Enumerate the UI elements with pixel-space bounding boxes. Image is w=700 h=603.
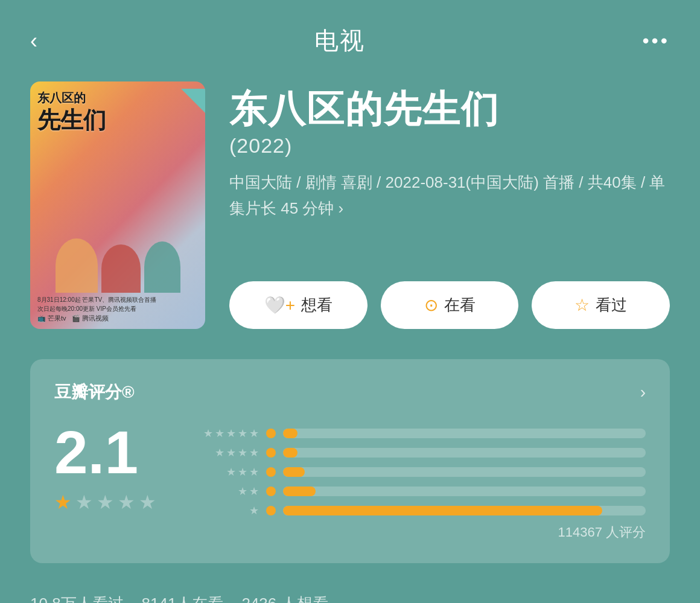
bar-dot-4 bbox=[266, 448, 276, 458]
show-year: (2022) bbox=[229, 134, 670, 158]
rating-section: 豆瓣评分® › 2.1 ★ ★ ★ ★ ★ bbox=[30, 359, 670, 563]
stats-row: 10.8万人看过 8141人在看 2436 人想看 bbox=[30, 581, 670, 603]
show-meta: 中国大陆 / 剧情 喜剧 / 2022-08-31(中国大陆) 首播 / 共40… bbox=[229, 170, 670, 222]
watched-button[interactable]: ☆ 看过 bbox=[532, 281, 670, 329]
bar-dot-3 bbox=[266, 467, 276, 477]
star-4: ★ bbox=[118, 491, 135, 514]
bar-fill-4 bbox=[283, 448, 298, 458]
bar-stars-2: ★ ★ bbox=[186, 485, 259, 498]
bar-row-4: ★ ★ ★ ★ bbox=[186, 446, 646, 459]
stat-watched: 10.8万人看过 bbox=[30, 593, 124, 603]
page-title: 电视 bbox=[314, 24, 365, 57]
rating-arrow[interactable]: › bbox=[640, 383, 646, 402]
watching-button[interactable]: ⊙ 在看 bbox=[381, 281, 519, 329]
show-details: 东八区的先生们 (2022) 中国大陆 / 剧情 喜剧 / 2022-08-31… bbox=[229, 81, 670, 329]
bar-dot-1 bbox=[266, 506, 276, 515]
bar-stars-3: ★ ★ ★ bbox=[186, 465, 259, 479]
bar-row-5: ★ ★ ★ ★ ★ bbox=[186, 427, 646, 440]
bar-fill-3 bbox=[283, 467, 305, 477]
bar-row-3: ★ ★ ★ bbox=[186, 465, 646, 479]
bar-track-4 bbox=[283, 448, 646, 458]
rating-bars: ★ ★ ★ ★ ★ ★ ★ bbox=[186, 422, 646, 517]
header: ‹ 电视 ••• bbox=[0, 0, 700, 75]
want-icon: 🤍+ bbox=[264, 295, 295, 315]
watched-label: 看过 bbox=[596, 295, 627, 316]
poster-bottom-text: 8月31日12:00起 芒果TV、腾讯视频联合首播 次日起每晚20:00更新 V… bbox=[37, 295, 198, 324]
rating-body: 2.1 ★ ★ ★ ★ ★ ★ ★ ★ bbox=[54, 422, 646, 541]
bar-stars-4: ★ ★ ★ ★ bbox=[186, 446, 259, 459]
rating-stars: ★ ★ ★ ★ ★ bbox=[54, 491, 156, 514]
star-3: ★ bbox=[97, 491, 114, 514]
want-to-watch-button[interactable]: 🤍+ 想看 bbox=[229, 281, 368, 329]
bar-row-2: ★ ★ bbox=[186, 485, 646, 498]
star-5: ★ bbox=[139, 491, 156, 514]
bar-row-1: ★ bbox=[186, 504, 646, 517]
watching-icon: ⊙ bbox=[424, 295, 438, 315]
poster-title: 东八区的先生们 bbox=[37, 90, 198, 135]
bar-fill-2 bbox=[283, 487, 316, 496]
rating-section-label: 豆瓣评分® bbox=[54, 381, 135, 404]
rating-header: 豆瓣评分® › bbox=[54, 381, 646, 404]
rating-score: 2.1 bbox=[54, 422, 138, 482]
bar-dot-5 bbox=[266, 429, 276, 438]
bar-track-5 bbox=[283, 429, 646, 438]
rating-score-area: 2.1 ★ ★ ★ ★ ★ bbox=[54, 422, 156, 514]
bar-stars-1: ★ bbox=[186, 504, 259, 517]
back-button[interactable]: ‹ bbox=[30, 30, 37, 52]
bar-dot-2 bbox=[266, 487, 276, 496]
main-content: 东八区的先生们 8月31日12:00起 芒果TV、腾讯视频联合首播 次日起每晚2… bbox=[0, 75, 700, 603]
watching-label: 在看 bbox=[444, 295, 476, 316]
meta-arrow[interactable]: › bbox=[339, 199, 344, 217]
action-buttons: 🤍+ 想看 ⊙ 在看 ☆ 看过 bbox=[229, 281, 670, 329]
star-2: ★ bbox=[75, 491, 93, 514]
more-button[interactable]: ••• bbox=[642, 30, 670, 52]
watched-icon: ☆ bbox=[574, 295, 590, 315]
bar-track-1 bbox=[283, 506, 646, 515]
bar-track-2 bbox=[283, 487, 646, 496]
want-label: 想看 bbox=[301, 295, 332, 316]
bar-stars-5: ★ ★ ★ ★ ★ bbox=[186, 427, 259, 440]
bar-fill-5 bbox=[283, 429, 298, 438]
star-1: ★ bbox=[54, 491, 72, 514]
show-info: 东八区的先生们 8月31日12:00起 芒果TV、腾讯视频联合首播 次日起每晚2… bbox=[30, 81, 670, 329]
show-title: 东八区的先生们 bbox=[229, 88, 670, 130]
bar-fill-1 bbox=[283, 506, 602, 515]
stat-want: 2436 人想看 bbox=[241, 593, 328, 603]
bar-track-3 bbox=[283, 467, 646, 477]
rating-count: 114367 人评分 bbox=[186, 523, 646, 541]
show-poster: 东八区的先生们 8月31日12:00起 芒果TV、腾讯视频联合首播 次日起每晚2… bbox=[30, 81, 205, 329]
stat-watching: 8141人在看 bbox=[142, 593, 224, 603]
